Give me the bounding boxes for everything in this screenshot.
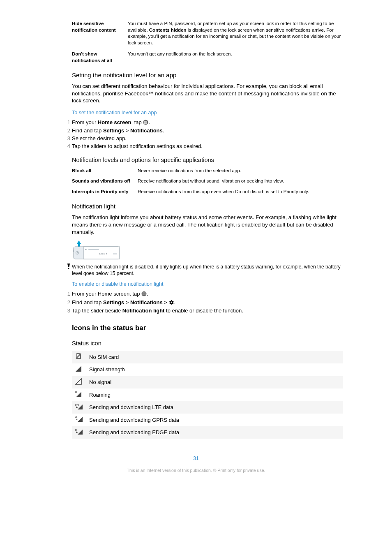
def-body: You won't get any notifications on the l…: [128, 51, 343, 64]
gear-icon: [169, 300, 174, 307]
svg-point-7: [145, 123, 145, 124]
step-number: 3: [65, 135, 70, 142]
heading-levels-options: Notification levels and options for spec…: [72, 156, 343, 164]
svg-point-28: [143, 294, 143, 295]
svg-point-17: [85, 249, 86, 250]
text: Find and tap: [72, 299, 103, 305]
status-label: Signal strength: [87, 366, 340, 373]
svg-point-6: [147, 122, 148, 123]
svg-point-1: [145, 121, 145, 122]
text: From your: [72, 119, 98, 125]
text: .: [147, 291, 148, 297]
level-body: Receive notifications from this app even…: [138, 189, 343, 195]
def-term: Hide sensitive notification content: [72, 21, 128, 46]
step-number: 4: [65, 143, 70, 150]
step-number: 3: [65, 307, 70, 314]
level-term: Sounds and vibrations off: [72, 178, 138, 185]
level-row: Block all Never receive notifications fr…: [72, 168, 343, 174]
svg-point-8: [145, 123, 146, 124]
svg-point-22: [143, 292, 143, 293]
status-row-signal: Signal strength: [72, 363, 343, 376]
svg-point-29: [144, 294, 145, 295]
heading-status-icon: Status icon: [72, 340, 343, 348]
text: Select the desired app.: [72, 135, 127, 141]
text: >: [163, 299, 169, 305]
text: .: [174, 299, 176, 305]
svg-marker-41: [78, 417, 83, 422]
svg-marker-32: [76, 366, 81, 372]
svg-point-30: [145, 294, 145, 295]
bold-text: Contents hidden: [149, 28, 187, 32]
step-number: 1: [65, 119, 70, 126]
status-row-edge: E Sending and downloading EDGE data: [72, 426, 343, 439]
text: Find and tap: [72, 127, 103, 134]
signal-icon: [75, 365, 87, 374]
bold-text: Settings: [103, 127, 124, 134]
svg-marker-10: [77, 240, 81, 247]
text: .: [148, 119, 150, 125]
svg-marker-44: [78, 430, 83, 435]
status-row-lte: LTE Sending and downloading LTE data: [72, 401, 343, 414]
heading-setting-level: Setting the notification level for an ap…: [72, 71, 343, 79]
step-item: 1 From your Home screen, tap .: [65, 119, 343, 127]
status-label: Roaming: [87, 391, 340, 399]
step-item: 1 From your Home screen, tap .: [65, 290, 343, 298]
warning-icon: [65, 264, 72, 277]
steps-enable-light: 1 From your Home screen, tap . 2 Find an…: [65, 290, 343, 314]
bold-text: Notifications: [130, 127, 163, 134]
text: to enable or disable the function.: [164, 308, 243, 314]
def-term: Don't show notifications at all: [72, 51, 128, 64]
bold-text: Notifications: [130, 299, 163, 305]
no-signal-icon: [75, 378, 87, 387]
status-row-no-signal: No signal: [72, 376, 343, 389]
svg-point-2: [145, 121, 146, 122]
phone-figure: SONY: [72, 240, 343, 259]
svg-rect-20: [68, 268, 69, 269]
status-label: No signal: [87, 379, 340, 386]
status-label: No SIM card: [87, 354, 340, 361]
def-row-dont-show: Don't show notifications at all You won'…: [72, 51, 343, 64]
level-body: Receive notifications but without sound,…: [138, 178, 343, 185]
def-body: You must have a PIN, password, or patter…: [128, 21, 343, 46]
bold-text: Notification light: [122, 308, 165, 314]
bold-text: Home screen: [98, 119, 131, 125]
svg-text:LTE: LTE: [75, 404, 79, 406]
status-row-no-sim: No SIM card: [72, 351, 343, 363]
heading-notification-light: Notification light: [72, 202, 343, 210]
svg-marker-34: [76, 392, 81, 397]
svg-point-25: [143, 294, 143, 294]
level-body: Never receive notifications from the sel…: [138, 168, 343, 174]
svg-marker-40: [76, 419, 78, 420]
status-label: Sending and downloading EDGE data: [87, 429, 340, 436]
step-item: 4 Tap the sliders to adjust notification…: [65, 143, 343, 150]
text: Tap the slider beside: [72, 308, 122, 314]
steps-set-level: 1 From your Home screen, tap . 2 Find an…: [65, 119, 343, 150]
gprs-icon: G: [75, 416, 87, 424]
text: From your Home screen, tap: [72, 291, 141, 297]
status-row-gprs: G Sending and downloading GPRS data: [72, 414, 343, 426]
step-number: 2: [65, 299, 70, 306]
svg-text:SONY: SONY: [99, 252, 108, 255]
svg-text:E: E: [75, 429, 77, 431]
svg-point-4: [145, 122, 145, 123]
svg-point-5: [145, 122, 146, 123]
svg-marker-43: [76, 431, 78, 433]
status-label: Sending and downloading LTE data: [87, 404, 340, 411]
svg-point-23: [144, 292, 145, 293]
svg-marker-33: [76, 379, 81, 384]
page-number: 31: [0, 455, 392, 462]
svg-point-9: [147, 123, 148, 124]
warning-note: When the notification light is disabled,…: [65, 264, 343, 277]
svg-point-24: [145, 292, 145, 293]
text: , tap: [131, 119, 143, 125]
paragraph: The notification light informs you about…: [72, 214, 343, 236]
svg-rect-16: [88, 249, 99, 250]
heading-icons-statusbar: Icons in the status bar: [72, 324, 343, 333]
step-number: 2: [65, 127, 70, 134]
def-row-hide-sensitive: Hide sensitive notification content You …: [72, 21, 343, 46]
svg-point-3: [147, 121, 148, 122]
step-item: 3 Select the desired app.: [65, 135, 343, 142]
step-item: 3 Tap the slider beside Notification lig…: [65, 307, 343, 314]
link-heading-set-level: To set the notification level for an app: [72, 109, 343, 116]
svg-text:R: R: [75, 391, 77, 393]
